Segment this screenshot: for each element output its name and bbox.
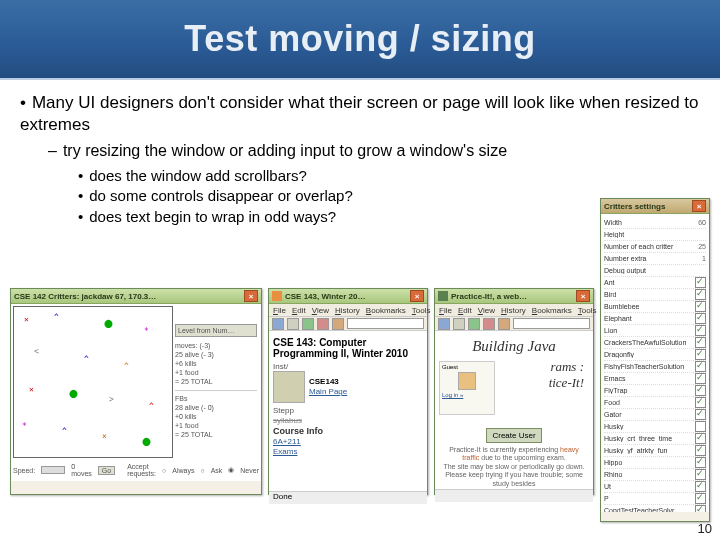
window-content: ✕ ^ ⬤ * < ^ ^ ✕ ⬤ > ^ * ^ × ⬤ Level from… <box>11 304 261 481</box>
menu-item[interactable]: History <box>501 306 526 315</box>
reload-icon[interactable] <box>468 318 480 330</box>
toolbar <box>269 317 427 331</box>
forward-icon[interactable] <box>287 318 299 330</box>
checkbox[interactable] <box>695 325 706 336</box>
setting-key: Number of each critter <box>604 243 686 250</box>
menu-item[interactable]: Bookmarks <box>366 306 406 315</box>
checkbox[interactable] <box>695 301 706 312</box>
create-user-button[interactable]: Create User <box>486 428 541 443</box>
opt-never[interactable]: Never <box>240 467 259 474</box>
critter-row: Gator <box>604 409 706 421</box>
speed-label: Speed: <box>13 467 35 474</box>
checkbox[interactable] <box>695 445 706 456</box>
status-text: Done <box>269 492 292 501</box>
link-exams[interactable]: Exams <box>273 447 423 456</box>
checkbox[interactable] <box>695 385 706 396</box>
critter-name: Gator <box>604 411 695 418</box>
checkbox[interactable] <box>695 289 706 300</box>
close-icon[interactable]: × <box>576 290 590 302</box>
checkbox[interactable] <box>695 349 706 360</box>
checkbox[interactable] <box>695 337 706 348</box>
go-button[interactable]: Go <box>98 466 115 475</box>
window-practiceit: Practice-It!, a web… × FileEditViewHisto… <box>434 288 594 495</box>
critter-name: CondTestTeacherSolvr <box>604 507 695 512</box>
checkbox[interactable] <box>695 505 706 512</box>
menu-item[interactable]: View <box>312 306 329 315</box>
stats-bottom: FBs 28 alive (- 0) +0 kills +1 food = 25… <box>175 394 257 439</box>
checkbox[interactable] <box>695 409 706 420</box>
link-syllabus[interactable]: syllabus <box>273 416 423 425</box>
login-link[interactable]: Log in » <box>442 392 492 398</box>
bullet-3a: •does the window add scrollbars? <box>78 166 700 186</box>
slide-title: Test moving / sizing <box>184 18 535 60</box>
critter-row: Bird <box>604 289 706 301</box>
critter-row: Husky <box>604 421 706 433</box>
critter-row: Emacs <box>604 373 706 385</box>
close-icon[interactable]: × <box>244 290 258 302</box>
level-button[interactable]: Level from Num… <box>175 324 257 337</box>
menu-item[interactable]: Tools <box>578 306 597 315</box>
checkbox[interactable] <box>695 373 706 384</box>
stop-icon[interactable] <box>317 318 329 330</box>
menu-item[interactable]: File <box>273 306 286 315</box>
setting-value[interactable]: 60 <box>686 219 706 226</box>
stop-icon[interactable] <box>483 318 495 330</box>
home-icon[interactable] <box>332 318 344 330</box>
close-icon[interactable]: × <box>410 290 424 302</box>
guest-label: Guest <box>442 364 492 370</box>
setting-key: Number extra <box>604 255 686 262</box>
toolbar <box>435 317 593 331</box>
favicon-icon <box>272 291 282 301</box>
menu-item[interactable]: Edit <box>458 306 472 315</box>
critter-name: Elephant <box>604 315 695 322</box>
checkbox[interactable] <box>695 433 706 444</box>
forward-icon[interactable] <box>453 318 465 330</box>
checkbox[interactable] <box>695 277 706 288</box>
checkbox[interactable] <box>695 421 706 432</box>
bullet-2-text: try resizing the window or adding input … <box>63 142 507 159</box>
critter-name: Bird <box>604 291 695 298</box>
critter-row: Husky_yf_atrkty_fun <box>604 445 706 457</box>
back-icon[interactable] <box>272 318 284 330</box>
url-field[interactable] <box>513 318 590 329</box>
menu-item[interactable]: File <box>439 306 452 315</box>
menu-item[interactable]: Bookmarks <box>532 306 572 315</box>
close-icon[interactable]: × <box>692 200 706 212</box>
link-room[interactable]: 6A+211 <box>273 437 423 446</box>
critter-name: FishyFishTeacherSolution <box>604 363 695 370</box>
opt-always[interactable]: Always <box>172 467 194 474</box>
checkbox[interactable] <box>695 493 706 504</box>
menu-item[interactable]: Edit <box>292 306 306 315</box>
screenshot-figures: CSE 142 Critters: jackdaw 67, 170.3… × ✕… <box>10 288 710 526</box>
speed-slider[interactable] <box>41 466 65 474</box>
checkbox[interactable] <box>695 481 706 492</box>
critter-row: Hippo <box>604 457 706 469</box>
heading-fragment: Building Java <box>438 338 590 355</box>
menu-item[interactable]: History <box>335 306 360 315</box>
setting-value[interactable]: 25 <box>686 243 706 250</box>
checkbox[interactable] <box>695 397 706 408</box>
back-icon[interactable] <box>438 318 450 330</box>
opt-ask[interactable]: Ask <box>211 467 223 474</box>
critter-row: Husky_crt_three_time <box>604 433 706 445</box>
setting-value[interactable]: 1 <box>686 255 706 262</box>
critter-name: Bumblebee <box>604 303 695 310</box>
checkbox[interactable] <box>695 313 706 324</box>
checkbox[interactable] <box>695 361 706 372</box>
critter-row: Rhino <box>604 469 706 481</box>
setting-key: Debug output <box>604 267 686 274</box>
critter-name: CrackersTheAwfulSolution <box>604 339 695 346</box>
critter-name: Dragonfly <box>604 351 695 358</box>
checkbox[interactable] <box>695 469 706 480</box>
reload-icon[interactable] <box>302 318 314 330</box>
link-main[interactable]: Main Page <box>309 387 347 396</box>
window-title: CSE 143, Winter 20… <box>285 292 410 301</box>
checkbox[interactable] <box>695 457 706 468</box>
setting-row: Debug output <box>604 265 706 277</box>
url-field[interactable] <box>347 318 424 329</box>
window-title: CSE 142 Critters: jackdaw 67, 170.3… <box>14 292 244 301</box>
menu-item[interactable]: View <box>478 306 495 315</box>
home-icon[interactable] <box>498 318 510 330</box>
menu-item[interactable]: Tools <box>412 306 431 315</box>
critter-name: Food <box>604 399 695 406</box>
